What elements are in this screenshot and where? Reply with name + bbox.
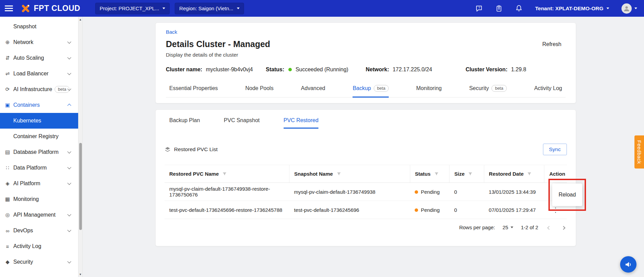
tab-label: Essential Properties <box>169 85 218 91</box>
sidebar-item-containers[interactable]: ▣ Containers <box>0 97 78 113</box>
sidebar-item-devops[interactable]: ∞ DevOps <box>0 223 78 238</box>
project-selector[interactable]: Project: PROJECT_XPL... <box>95 3 170 14</box>
status-running-dot <box>288 68 292 71</box>
prev-page-button[interactable] <box>546 224 553 231</box>
table-row: mysql-pv-claim-default-1736749938-restor… <box>164 183 567 201</box>
sidebar-item-database-platform[interactable]: ▤ Database Platform <box>0 144 78 160</box>
page-subtitle: Display the details of the cluster <box>166 52 566 58</box>
brand-logo[interactable]: FPT CLOUD <box>20 3 80 14</box>
data-platform-icon: ∷ <box>4 165 11 171</box>
tenant-selector[interactable]: Tenant: XPLAT-DEMO-ORG <box>535 5 609 12</box>
tab-label: Monitoring <box>416 85 442 91</box>
support-chat-icon[interactable]: ? <box>475 4 483 12</box>
sync-button[interactable]: Sync <box>543 144 567 155</box>
feedback-tab[interactable]: Feedback <box>634 135 644 169</box>
beta-badge: beta <box>55 86 70 93</box>
sidebar-item-ai-infrastructure[interactable]: ⟳ AI Infrastructure beta <box>0 82 78 97</box>
tab-label: Node Pools <box>245 85 274 91</box>
sidebar-item-auto-scaling[interactable]: ⇵ Auto Scaling <box>0 50 78 66</box>
filter-icon <box>468 172 472 176</box>
pvc-name-cell: test-pvc-default-1736245696-restore-1736… <box>164 201 289 219</box>
chevron-down-icon <box>511 227 513 228</box>
tab-pvc-snapshot[interactable]: PVC Snapshot <box>224 117 260 129</box>
scrollbar-thumb[interactable] <box>79 143 82 230</box>
sidebar-item-network[interactable]: ⊕ Network <box>0 34 78 50</box>
region-selector[interactable]: Region: Saigon (Vietn... <box>175 3 244 14</box>
beta-badge: beta <box>374 85 389 92</box>
column-header-restored-pvc-name[interactable]: Restored PVC Name <box>164 165 289 183</box>
row-actions-button[interactable]: ⋮ <box>550 206 561 214</box>
chevron-down-icon <box>606 8 609 9</box>
announcement-fab[interactable] <box>620 256 636 273</box>
tab-backup[interactable]: Backup beta <box>353 85 389 98</box>
user-menu[interactable] <box>621 3 637 14</box>
sidebar-item-load-balancer[interactable]: ⇌ Load Balancer <box>0 66 78 82</box>
sidebar-item-label: Security <box>13 259 33 265</box>
action-menu-popup: Reload <box>552 184 582 206</box>
tab-pvc-restored[interactable]: PVC Restored <box>284 117 318 129</box>
tab-essential-properties[interactable]: Essential Properties <box>169 85 218 98</box>
tab-monitoring[interactable]: Monitoring <box>416 85 442 98</box>
backup-tabs: Backup Plan PVC Snapshot PVC Restored <box>169 117 567 129</box>
restored-pvc-table: Restored PVC Name Snapshot Name Status S… <box>164 165 567 219</box>
cluster-details-card: Back Details Cluster - Managed Refresh D… <box>155 23 576 103</box>
scroll-up-icon[interactable]: ▲ <box>78 18 82 21</box>
rows-per-page-select[interactable]: 25 <box>502 224 513 230</box>
refresh-button[interactable]: Refresh <box>542 41 561 47</box>
tab-security[interactable]: Security beta <box>469 85 507 98</box>
sidebar-item-ai-platform[interactable]: ◈ AI Platform <box>0 176 78 191</box>
sidebar-item-activity-log[interactable]: ≡ Activity Log <box>0 238 78 254</box>
tab-backup-plan[interactable]: Backup Plan <box>169 117 200 129</box>
info-value: mycluster-9b4v0vj4 <box>206 67 253 72</box>
sidebar-item-api-management[interactable]: ◎ API Management <box>0 207 78 223</box>
sidebar-item-data-platform[interactable]: ∷ Data Platform <box>0 160 78 176</box>
sidebar-item-container-registry[interactable]: Container Registry <box>0 129 78 144</box>
devops-icon: ∞ <box>4 228 11 234</box>
topbar: FPT CLOUD Project: PROJECT_XPL... Region… <box>0 0 644 17</box>
sidebar-item-monitoring[interactable]: ▦ Monitoring <box>0 191 78 207</box>
column-header-size[interactable]: Size <box>449 165 484 183</box>
sidebar-item-label: AI Infrastructure <box>13 86 52 92</box>
snapshot-name-cell: test-pvc-default-1736245696 <box>289 201 410 219</box>
list-title-text: Restored PVC List <box>174 146 218 152</box>
status-cell: Pending <box>410 183 449 201</box>
sidebar-item-security[interactable]: ◆ Security <box>0 254 78 270</box>
tab-label: Security <box>469 85 489 91</box>
column-header-restored-date[interactable]: Restored Date <box>484 165 544 183</box>
sidebar-item-label: Data Platform <box>13 165 47 171</box>
tab-node-pools[interactable]: Node Pools <box>245 85 274 98</box>
filter-icon <box>527 172 531 176</box>
tab-activity-log[interactable]: Activity Log <box>534 85 562 98</box>
tab-label: Backup <box>353 85 371 91</box>
next-page-button[interactable] <box>560 224 567 231</box>
size-cell: 0 <box>449 201 484 219</box>
reload-menu-item[interactable]: Reload <box>559 192 576 198</box>
column-header-status[interactable]: Status <box>410 165 449 183</box>
sidebar-scrollbar[interactable]: ▲ ▼ <box>78 17 83 277</box>
database-platform-icon: ▤ <box>4 149 11 155</box>
api-management-icon: ◎ <box>4 212 11 218</box>
tab-advanced[interactable]: Advanced <box>301 85 325 98</box>
sidebar-item-label: Containers <box>13 102 40 108</box>
menu-toggle-button[interactable] <box>5 5 13 11</box>
layers-icon <box>164 146 171 152</box>
sidebar-item-label: Network <box>13 39 33 45</box>
sidebar-item-label: Kubernetes <box>13 118 41 124</box>
status-pending-dot <box>415 208 418 212</box>
back-link[interactable]: Back <box>166 29 177 35</box>
ai-platform-icon: ◈ <box>4 180 11 187</box>
column-header-snapshot-name[interactable]: Snapshot Name <box>289 165 410 183</box>
sidebar-item-label: Auto Scaling <box>13 55 44 61</box>
security-icon: ◆ <box>4 259 11 265</box>
bell-icon[interactable] <box>515 4 523 12</box>
sidebar-item-kubernetes[interactable]: Kubernetes <box>0 113 78 129</box>
pagination: Rows per page: 25 1-2 of 2 <box>164 224 567 231</box>
scroll-down-icon[interactable]: ▼ <box>78 273 82 276</box>
sidebar-item-snapshot[interactable]: Snapshot <box>0 19 78 34</box>
chevron-down-icon <box>67 260 71 263</box>
tenant-label: Tenant: XPLAT-DEMO-ORG <box>535 5 603 12</box>
cluster-tabs: Essential Properties Node Pools Advanced… <box>166 85 566 98</box>
sidebar-item-label: Database Platform <box>13 149 59 155</box>
clipboard-icon[interactable] <box>495 5 503 12</box>
chevron-left-icon <box>547 226 551 230</box>
